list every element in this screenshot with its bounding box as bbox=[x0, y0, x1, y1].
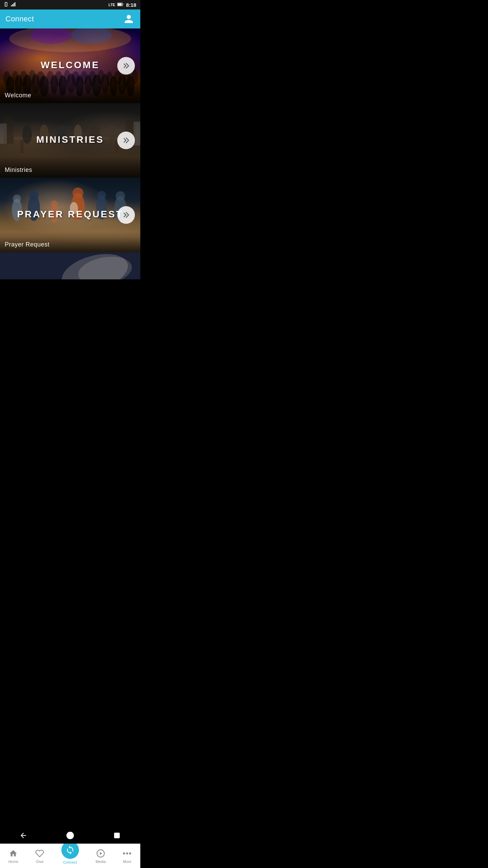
svg-rect-55 bbox=[0, 123, 7, 144]
svg-point-33 bbox=[47, 71, 54, 84]
svg-point-39 bbox=[98, 70, 104, 84]
battery-icon bbox=[117, 2, 123, 7]
time-display: 8:18 bbox=[126, 2, 136, 8]
profile-button[interactable] bbox=[123, 13, 135, 25]
prayer-arrow-button[interactable] bbox=[117, 206, 135, 224]
welcome-card[interactable]: WELCOME Welcome bbox=[0, 28, 140, 103]
page-title: Connect bbox=[5, 15, 34, 23]
svg-point-62 bbox=[73, 188, 83, 198]
partial-card bbox=[0, 252, 140, 279]
svg-point-29 bbox=[12, 71, 18, 84]
svg-point-58 bbox=[29, 191, 39, 200]
svg-point-52 bbox=[107, 124, 116, 141]
welcome-title-overlay: WELCOME bbox=[41, 60, 100, 71]
prayer-title-overlay: PRAYER REQUEST bbox=[17, 209, 123, 220]
signal-icon bbox=[11, 2, 16, 8]
prayer-request-card[interactable]: PRAYER REQUEST Prayer Request bbox=[0, 178, 140, 252]
welcome-arrow-button[interactable] bbox=[117, 57, 135, 75]
svg-point-31 bbox=[29, 70, 36, 84]
svg-rect-45 bbox=[20, 140, 24, 153]
svg-rect-5 bbox=[12, 4, 13, 6]
ministries-title-overlay: MINISTRIES bbox=[36, 134, 104, 145]
lte-label: LTE bbox=[108, 3, 115, 7]
ministries-label: Ministries bbox=[5, 166, 32, 174]
status-bar: LTE 8:18 bbox=[0, 0, 140, 9]
prayer-label: Prayer Request bbox=[5, 241, 49, 248]
svg-point-10 bbox=[9, 28, 131, 52]
svg-rect-9 bbox=[118, 3, 122, 5]
svg-rect-4 bbox=[11, 5, 12, 6]
svg-point-60 bbox=[51, 200, 58, 207]
status-right-icons: LTE 8:18 bbox=[108, 2, 136, 8]
svg-rect-3 bbox=[5, 5, 6, 5]
svg-rect-1 bbox=[6, 2, 6, 3]
status-left-icons bbox=[4, 2, 16, 8]
top-nav: Connect bbox=[0, 9, 140, 28]
svg-point-67 bbox=[116, 191, 125, 201]
svg-point-43 bbox=[132, 70, 138, 84]
svg-rect-2 bbox=[5, 4, 6, 4]
sim-card-icon bbox=[4, 2, 9, 8]
svg-point-65 bbox=[97, 191, 106, 200]
svg-point-47 bbox=[22, 125, 32, 144]
svg-point-69 bbox=[13, 195, 21, 203]
ministries-arrow-button[interactable] bbox=[117, 132, 135, 149]
svg-point-37 bbox=[81, 71, 87, 84]
svg-rect-7 bbox=[15, 2, 15, 6]
svg-point-35 bbox=[64, 70, 70, 84]
ministries-card[interactable]: MINISTRIES Ministries bbox=[0, 103, 140, 178]
svg-rect-6 bbox=[14, 3, 14, 6]
welcome-label: Welcome bbox=[5, 92, 31, 99]
cards-container: WELCOME Welcome M bbox=[0, 28, 140, 320]
